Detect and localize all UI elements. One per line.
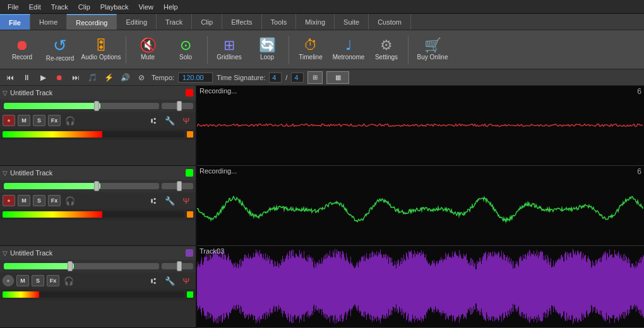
waveform-track-1[interactable]: Recording... 6 bbox=[197, 86, 644, 166]
buy-online-button[interactable]: 🛒 Buy Online bbox=[412, 33, 453, 67]
transport-btn-2[interactable]: ⏸ bbox=[20, 71, 33, 84]
track-1-volume-row bbox=[0, 100, 196, 112]
track-3-pan-slider[interactable] bbox=[162, 263, 193, 269]
track-1-solo-btn[interactable]: S bbox=[33, 115, 45, 126]
tab-tools[interactable]: Tools bbox=[262, 14, 297, 30]
track-1-collapse[interactable]: ▽ bbox=[3, 90, 8, 97]
gridlines-icon: ⊞ bbox=[224, 38, 235, 52]
tab-editing[interactable]: Editing bbox=[117, 14, 157, 30]
transport-btn-4[interactable]: ⏺ bbox=[53, 71, 66, 84]
track-1-meter bbox=[0, 129, 196, 140]
grid-view-btn[interactable]: ▦ bbox=[326, 71, 349, 84]
track-3-vol-slider[interactable] bbox=[4, 263, 159, 269]
track-1-send-icon[interactable]: ⑆ bbox=[146, 115, 160, 126]
tab-custom[interactable]: Custom bbox=[369, 14, 411, 30]
track-2-collapse[interactable]: ▽ bbox=[3, 170, 8, 177]
track-2-vol-slider[interactable] bbox=[4, 183, 159, 189]
menu-view[interactable]: View bbox=[133, 2, 158, 12]
transport-btn-3[interactable]: ▶ bbox=[37, 71, 49, 84]
loop-button[interactable]: 🔄 Loop bbox=[249, 33, 285, 67]
transport-btn-5[interactable]: ⏭ bbox=[69, 71, 82, 84]
track-3-send-icon[interactable]: ⑆ bbox=[146, 275, 160, 286]
menu-edit[interactable]: Edit bbox=[24, 2, 46, 12]
track-2-meter bbox=[0, 209, 196, 220]
tab-clip[interactable]: Clip bbox=[192, 14, 222, 30]
menu-track[interactable]: Track bbox=[46, 2, 73, 12]
track-1-meter-bar bbox=[3, 131, 184, 138]
transport-btn-9[interactable]: ⊘ bbox=[135, 71, 148, 84]
track-3-name[interactable]: Untitled Track bbox=[10, 249, 183, 257]
audio-options-label: Audio Options bbox=[81, 54, 121, 61]
track-3-wave-icon[interactable]: Ψ bbox=[179, 275, 193, 286]
waveform-track-1-time: 6 bbox=[637, 87, 641, 96]
menu-file[interactable]: File bbox=[3, 2, 24, 12]
transport-btn-7[interactable]: ⚡ bbox=[102, 71, 115, 84]
track-3-headphone-icon[interactable]: 🎧 bbox=[62, 275, 76, 286]
tempo-value[interactable]: 120.00 bbox=[178, 73, 213, 83]
metronome-label: Metronome bbox=[333, 54, 365, 61]
track-1-fx-btn[interactable]: Fx bbox=[48, 115, 61, 126]
timeline-icon: ⏱ bbox=[304, 38, 318, 52]
track-1-headphone-icon[interactable]: 🎧 bbox=[63, 115, 77, 126]
track-2-solo-btn[interactable]: S bbox=[33, 195, 45, 206]
metronome-button[interactable]: ♩ Metronome bbox=[330, 33, 367, 67]
tab-suite[interactable]: Suite bbox=[335, 14, 369, 30]
timeline-button[interactable]: ⏱ Timeline bbox=[292, 33, 329, 67]
track-3-solo-btn[interactable]: S bbox=[32, 275, 44, 286]
track-2-headphone-icon[interactable]: 🎧 bbox=[63, 195, 77, 206]
waveform-track-1-status: Recording... bbox=[200, 87, 237, 95]
track-2-config-icon[interactable]: 🔧 bbox=[163, 195, 177, 206]
track-3-mute-btn[interactable]: M bbox=[16, 275, 29, 286]
tab-effects[interactable]: Effects bbox=[222, 14, 261, 30]
main-content: ▽ Untitled Track ● M S Fx 🎧 bbox=[0, 86, 644, 328]
track-2-mute-btn[interactable]: M bbox=[18, 195, 30, 206]
track-2-send-icon[interactable]: ⑆ bbox=[146, 195, 160, 206]
track-3-collapse[interactable]: ▽ bbox=[3, 250, 8, 257]
time-sig-label: Time Signature: bbox=[217, 74, 265, 81]
tab-recording[interactable]: Recording bbox=[67, 14, 117, 30]
rerecord-button[interactable]: ↺ Re-record bbox=[42, 33, 78, 67]
toolbar-separator-1 bbox=[126, 36, 126, 64]
grid-toggle-btn[interactable]: ⊞ bbox=[307, 71, 323, 84]
track-2-pan-slider[interactable] bbox=[162, 183, 193, 189]
track-1-mute-btn[interactable]: M bbox=[18, 115, 30, 126]
track-1-rec-btn[interactable]: ● bbox=[3, 115, 15, 126]
waveform-track-3[interactable]: Track03 bbox=[197, 246, 644, 328]
mute-icon: 🔇 bbox=[140, 38, 157, 52]
transport-btn-6[interactable]: 🎵 bbox=[86, 71, 98, 84]
tab-track[interactable]: Track bbox=[157, 14, 192, 30]
track-2-fx-btn[interactable]: Fx bbox=[48, 195, 61, 206]
time-sig-num[interactable]: 4 bbox=[269, 73, 282, 83]
solo-button[interactable]: ⊙ Solo bbox=[167, 33, 204, 67]
tab-file[interactable]: File bbox=[0, 14, 30, 30]
menu-clip[interactable]: Clip bbox=[73, 2, 95, 12]
settings-button[interactable]: ⚙ Settings bbox=[368, 33, 405, 67]
track-3-indicator bbox=[186, 249, 193, 257]
transport-btn-8[interactable]: 🔊 bbox=[119, 71, 131, 84]
gridlines-button[interactable]: ⊞ Gridlines bbox=[211, 33, 247, 67]
track-3-config-icon[interactable]: 🔧 bbox=[163, 275, 177, 286]
audio-options-button[interactable]: 🎛 Audio Options bbox=[80, 33, 122, 67]
tab-home[interactable]: Home bbox=[30, 14, 67, 30]
tab-mixing[interactable]: Mixing bbox=[296, 14, 335, 30]
toolbar: ⏺ Record ↺ Re-record 🎛 Audio Options 🔇 M… bbox=[0, 30, 644, 69]
track-1-config-icon[interactable]: 🔧 bbox=[163, 115, 177, 126]
record-button[interactable]: ⏺ Record bbox=[4, 33, 40, 67]
time-sig-den[interactable]: 4 bbox=[291, 73, 304, 83]
track-1-vol-slider[interactable] bbox=[4, 103, 159, 109]
menu-help[interactable]: Help bbox=[158, 2, 183, 12]
waveform-track-2[interactable]: Recording... 6 bbox=[197, 166, 644, 246]
track-1-name[interactable]: Untitled Track bbox=[10, 89, 183, 97]
settings-label: Settings bbox=[375, 54, 398, 61]
track-1-wave-icon[interactable]: Ψ bbox=[179, 115, 193, 126]
track-1-pan-slider[interactable] bbox=[162, 103, 193, 109]
transport-btn-1[interactable]: ⏮ bbox=[4, 71, 16, 84]
menu-playback[interactable]: Playback bbox=[95, 2, 134, 12]
track-2-wave-icon[interactable]: Ψ bbox=[179, 195, 193, 206]
mute-button[interactable]: 🔇 Mute bbox=[129, 33, 166, 67]
track-3-rec-btn[interactable]: ● bbox=[3, 275, 14, 286]
track-3-fx-btn[interactable]: Fx bbox=[47, 275, 59, 286]
toolbar-separator-2 bbox=[207, 36, 208, 64]
track-2-name[interactable]: Untitled Track bbox=[10, 169, 183, 177]
track-2-rec-btn[interactable]: ● bbox=[3, 195, 15, 206]
